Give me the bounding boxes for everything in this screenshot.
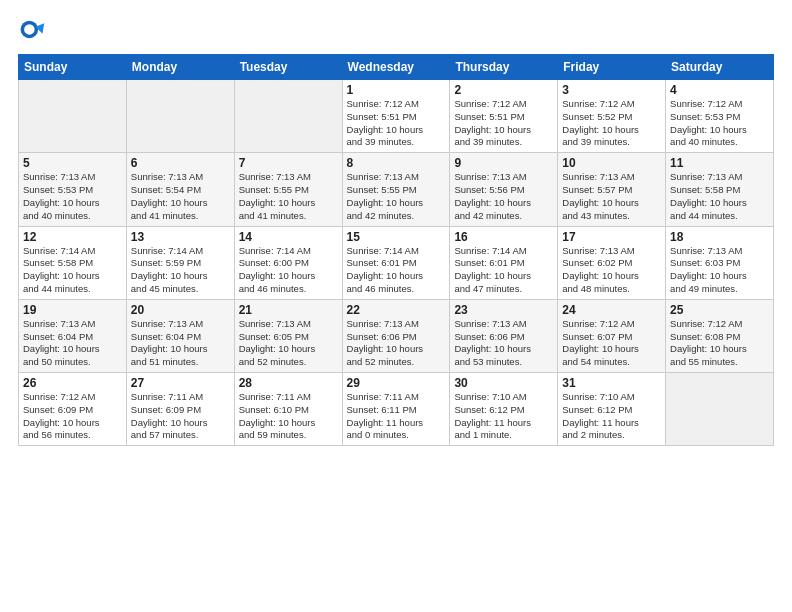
calendar-cell: 24Sunrise: 7:12 AM Sunset: 6:07 PM Dayli…	[558, 299, 666, 372]
day-number: 19	[23, 303, 122, 317]
logo-icon	[18, 18, 46, 46]
svg-point-1	[24, 24, 35, 35]
calendar-cell: 6Sunrise: 7:13 AM Sunset: 5:54 PM Daylig…	[126, 153, 234, 226]
day-number: 15	[347, 230, 446, 244]
day-number: 21	[239, 303, 338, 317]
calendar-cell: 31Sunrise: 7:10 AM Sunset: 6:12 PM Dayli…	[558, 373, 666, 446]
day-number: 23	[454, 303, 553, 317]
day-number: 29	[347, 376, 446, 390]
calendar-cell	[126, 80, 234, 153]
day-info: Sunrise: 7:13 AM Sunset: 6:06 PM Dayligh…	[347, 318, 446, 369]
day-number: 17	[562, 230, 661, 244]
day-info: Sunrise: 7:12 AM Sunset: 6:07 PM Dayligh…	[562, 318, 661, 369]
calendar-cell: 21Sunrise: 7:13 AM Sunset: 6:05 PM Dayli…	[234, 299, 342, 372]
day-number: 7	[239, 156, 338, 170]
day-number: 5	[23, 156, 122, 170]
week-row-5: 26Sunrise: 7:12 AM Sunset: 6:09 PM Dayli…	[19, 373, 774, 446]
day-number: 27	[131, 376, 230, 390]
day-info: Sunrise: 7:10 AM Sunset: 6:12 PM Dayligh…	[454, 391, 553, 442]
day-number: 31	[562, 376, 661, 390]
day-number: 1	[347, 83, 446, 97]
week-row-4: 19Sunrise: 7:13 AM Sunset: 6:04 PM Dayli…	[19, 299, 774, 372]
weekday-header-sunday: Sunday	[19, 55, 127, 80]
day-number: 16	[454, 230, 553, 244]
day-info: Sunrise: 7:13 AM Sunset: 5:55 PM Dayligh…	[239, 171, 338, 222]
day-number: 26	[23, 376, 122, 390]
calendar-cell: 10Sunrise: 7:13 AM Sunset: 5:57 PM Dayli…	[558, 153, 666, 226]
day-number: 28	[239, 376, 338, 390]
day-info: Sunrise: 7:12 AM Sunset: 5:52 PM Dayligh…	[562, 98, 661, 149]
day-number: 20	[131, 303, 230, 317]
day-info: Sunrise: 7:12 AM Sunset: 6:09 PM Dayligh…	[23, 391, 122, 442]
day-info: Sunrise: 7:14 AM Sunset: 5:58 PM Dayligh…	[23, 245, 122, 296]
week-row-3: 12Sunrise: 7:14 AM Sunset: 5:58 PM Dayli…	[19, 226, 774, 299]
calendar-cell	[234, 80, 342, 153]
calendar-cell: 11Sunrise: 7:13 AM Sunset: 5:58 PM Dayli…	[666, 153, 774, 226]
day-number: 2	[454, 83, 553, 97]
day-info: Sunrise: 7:12 AM Sunset: 5:51 PM Dayligh…	[454, 98, 553, 149]
calendar-cell: 3Sunrise: 7:12 AM Sunset: 5:52 PM Daylig…	[558, 80, 666, 153]
day-info: Sunrise: 7:13 AM Sunset: 6:04 PM Dayligh…	[23, 318, 122, 369]
weekday-header-thursday: Thursday	[450, 55, 558, 80]
day-number: 24	[562, 303, 661, 317]
weekday-header-row: SundayMondayTuesdayWednesdayThursdayFrid…	[19, 55, 774, 80]
calendar-cell: 20Sunrise: 7:13 AM Sunset: 6:04 PM Dayli…	[126, 299, 234, 372]
day-info: Sunrise: 7:12 AM Sunset: 5:53 PM Dayligh…	[670, 98, 769, 149]
day-info: Sunrise: 7:11 AM Sunset: 6:10 PM Dayligh…	[239, 391, 338, 442]
day-info: Sunrise: 7:13 AM Sunset: 5:55 PM Dayligh…	[347, 171, 446, 222]
week-row-1: 1Sunrise: 7:12 AM Sunset: 5:51 PM Daylig…	[19, 80, 774, 153]
day-number: 9	[454, 156, 553, 170]
day-info: Sunrise: 7:14 AM Sunset: 5:59 PM Dayligh…	[131, 245, 230, 296]
day-info: Sunrise: 7:10 AM Sunset: 6:12 PM Dayligh…	[562, 391, 661, 442]
day-info: Sunrise: 7:13 AM Sunset: 5:54 PM Dayligh…	[131, 171, 230, 222]
day-number: 14	[239, 230, 338, 244]
calendar-cell: 23Sunrise: 7:13 AM Sunset: 6:06 PM Dayli…	[450, 299, 558, 372]
calendar-cell: 25Sunrise: 7:12 AM Sunset: 6:08 PM Dayli…	[666, 299, 774, 372]
calendar-cell: 18Sunrise: 7:13 AM Sunset: 6:03 PM Dayli…	[666, 226, 774, 299]
day-info: Sunrise: 7:14 AM Sunset: 6:01 PM Dayligh…	[347, 245, 446, 296]
day-info: Sunrise: 7:13 AM Sunset: 5:57 PM Dayligh…	[562, 171, 661, 222]
calendar-cell: 22Sunrise: 7:13 AM Sunset: 6:06 PM Dayli…	[342, 299, 450, 372]
weekday-header-friday: Friday	[558, 55, 666, 80]
week-row-2: 5Sunrise: 7:13 AM Sunset: 5:53 PM Daylig…	[19, 153, 774, 226]
day-number: 6	[131, 156, 230, 170]
day-number: 25	[670, 303, 769, 317]
day-info: Sunrise: 7:13 AM Sunset: 6:06 PM Dayligh…	[454, 318, 553, 369]
calendar-cell: 1Sunrise: 7:12 AM Sunset: 5:51 PM Daylig…	[342, 80, 450, 153]
day-info: Sunrise: 7:14 AM Sunset: 6:00 PM Dayligh…	[239, 245, 338, 296]
calendar-cell: 4Sunrise: 7:12 AM Sunset: 5:53 PM Daylig…	[666, 80, 774, 153]
calendar-cell: 30Sunrise: 7:10 AM Sunset: 6:12 PM Dayli…	[450, 373, 558, 446]
calendar-cell: 13Sunrise: 7:14 AM Sunset: 5:59 PM Dayli…	[126, 226, 234, 299]
calendar-cell: 7Sunrise: 7:13 AM Sunset: 5:55 PM Daylig…	[234, 153, 342, 226]
day-number: 22	[347, 303, 446, 317]
calendar-cell: 14Sunrise: 7:14 AM Sunset: 6:00 PM Dayli…	[234, 226, 342, 299]
calendar-cell: 15Sunrise: 7:14 AM Sunset: 6:01 PM Dayli…	[342, 226, 450, 299]
day-number: 30	[454, 376, 553, 390]
day-number: 11	[670, 156, 769, 170]
day-info: Sunrise: 7:12 AM Sunset: 6:08 PM Dayligh…	[670, 318, 769, 369]
day-number: 12	[23, 230, 122, 244]
day-number: 13	[131, 230, 230, 244]
calendar-cell: 19Sunrise: 7:13 AM Sunset: 6:04 PM Dayli…	[19, 299, 127, 372]
day-info: Sunrise: 7:13 AM Sunset: 5:56 PM Dayligh…	[454, 171, 553, 222]
day-number: 10	[562, 156, 661, 170]
day-info: Sunrise: 7:11 AM Sunset: 6:11 PM Dayligh…	[347, 391, 446, 442]
logo	[18, 18, 48, 46]
header	[18, 18, 774, 46]
calendar-cell: 29Sunrise: 7:11 AM Sunset: 6:11 PM Dayli…	[342, 373, 450, 446]
weekday-header-wednesday: Wednesday	[342, 55, 450, 80]
calendar-cell: 17Sunrise: 7:13 AM Sunset: 6:02 PM Dayli…	[558, 226, 666, 299]
day-info: Sunrise: 7:14 AM Sunset: 6:01 PM Dayligh…	[454, 245, 553, 296]
calendar-cell: 2Sunrise: 7:12 AM Sunset: 5:51 PM Daylig…	[450, 80, 558, 153]
weekday-header-monday: Monday	[126, 55, 234, 80]
calendar-cell: 9Sunrise: 7:13 AM Sunset: 5:56 PM Daylig…	[450, 153, 558, 226]
calendar-cell: 8Sunrise: 7:13 AM Sunset: 5:55 PM Daylig…	[342, 153, 450, 226]
day-info: Sunrise: 7:13 AM Sunset: 6:03 PM Dayligh…	[670, 245, 769, 296]
day-number: 8	[347, 156, 446, 170]
page: SundayMondayTuesdayWednesdayThursdayFrid…	[0, 0, 792, 612]
calendar-cell: 27Sunrise: 7:11 AM Sunset: 6:09 PM Dayli…	[126, 373, 234, 446]
day-number: 4	[670, 83, 769, 97]
calendar-cell: 16Sunrise: 7:14 AM Sunset: 6:01 PM Dayli…	[450, 226, 558, 299]
calendar-table: SundayMondayTuesdayWednesdayThursdayFrid…	[18, 54, 774, 446]
calendar-cell	[666, 373, 774, 446]
